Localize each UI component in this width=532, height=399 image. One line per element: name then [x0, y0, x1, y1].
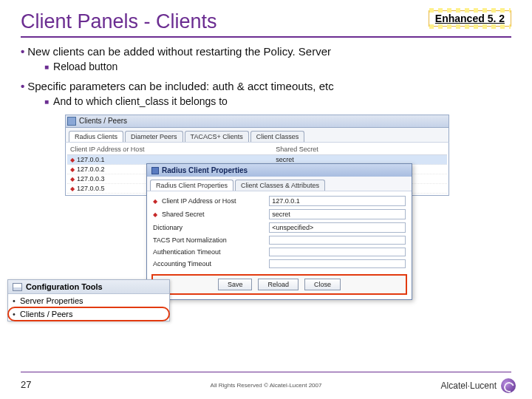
clients-window-titlebar: Clients / Peers	[65, 115, 449, 128]
field-label: Dictionary	[153, 224, 183, 231]
brand-text: Alcatel·Lucent	[441, 381, 497, 391]
col-ip-header: Client IP Address or Host	[70, 146, 276, 153]
config-tools-icon	[13, 283, 22, 291]
tab-diameter-peers[interactable]: Diameter Peers	[125, 131, 183, 142]
row-ip: 127.0.0.5	[77, 185, 105, 192]
row-marker-icon: ◆	[70, 176, 75, 183]
bullet-2: •Specific parameters can be included: au…	[21, 80, 511, 92]
clients-window-title: Clients / Peers	[79, 117, 127, 125]
bullet-square-icon: ■	[44, 63, 49, 71]
col-secret-header: Shared Secret	[276, 146, 444, 153]
title-underline	[21, 36, 511, 38]
tab-client-classes[interactable]: Client Classes	[250, 131, 305, 142]
bullet-dot-icon: •	[21, 80, 24, 92]
dialog-tab-properties[interactable]: Radius Client Properties	[150, 180, 233, 191]
field-client-ip: ◆Client IP Address or Host 127.0.0.1	[153, 194, 406, 208]
tab-radius-clients[interactable]: Radius Clients	[69, 131, 123, 142]
auth-timeout-input[interactable]	[269, 248, 406, 256]
clients-column-headers: Client IP Address or Host Shared Secret	[67, 144, 447, 155]
field-label: Client IP Address or Host	[162, 197, 236, 205]
row-marker-icon: ◆	[70, 166, 75, 173]
client-ip-input[interactable]: 127.0.0.1	[269, 196, 406, 206]
config-tools-header: Configuration Tools	[8, 280, 169, 294]
bullet-2-text: Specific parameters can be included: aut…	[27, 80, 333, 92]
dialog-button-row: Save Reload Close	[151, 274, 407, 295]
bullet-square-icon: ■	[44, 98, 49, 106]
row-marker-icon: ◆	[70, 185, 75, 192]
required-marker-icon: ◆	[153, 198, 157, 205]
field-port-normalization: TACS Port Normalization	[153, 234, 406, 246]
field-label: Shared Secret	[162, 211, 205, 218]
bullet-1: •New clients can be added without restar…	[21, 45, 511, 58]
close-button[interactable]: Close	[304, 279, 341, 290]
window-icon	[67, 117, 76, 126]
row-ip: 127.0.0.3	[77, 175, 105, 183]
config-item-clients-peers[interactable]: Clients / Peers	[8, 307, 169, 321]
field-auth-timeout: Authentication Timeout	[153, 246, 406, 258]
dialog-titlebar: Radius Client Properties	[147, 164, 412, 177]
brand-circle-icon	[501, 378, 516, 393]
row-ip: 127.0.0.2	[77, 166, 105, 173]
bullet-1-sub: ■Reload button	[44, 61, 511, 72]
config-item-server-properties[interactable]: Server Properties	[8, 294, 169, 307]
dictionary-select[interactable]: <unspecified>	[269, 222, 406, 233]
footer-divider	[21, 372, 511, 372]
dialog-title-text: Radius Client Properties	[162, 166, 248, 174]
config-tools-panel: Configuration Tools Server Properties Cl…	[7, 279, 170, 321]
config-tools-title: Configuration Tools	[26, 282, 103, 291]
slide-title: Client Panels - Clients	[21, 10, 217, 33]
field-label: TACS Port Normalization	[153, 236, 227, 244]
screenshot-area: Clients / Peers Radius Clients Diameter …	[65, 115, 449, 299]
field-acct-timeout: Accounting Timeout	[153, 258, 406, 270]
enhanced-badge: Enhanced 5. 2	[429, 10, 511, 27]
row-ip: 127.0.0.1	[77, 156, 105, 163]
bullet-2-sub: ■And to which client_class it belongs to	[44, 95, 511, 107]
acct-timeout-input[interactable]	[269, 259, 406, 268]
dialog-tabs: Radius Client Properties Client Classes …	[147, 177, 412, 191]
dialog-form: ◆Client IP Address or Host 127.0.0.1 ◆Sh…	[147, 191, 412, 271]
row-secret: secret	[276, 156, 444, 163]
field-dictionary: Dictionary <unspecified>	[153, 221, 406, 234]
reload-button[interactable]: Reload	[258, 279, 299, 290]
port-normalization-input[interactable]	[269, 236, 406, 245]
dialog-icon	[151, 167, 159, 174]
shared-secret-input[interactable]: secret	[269, 209, 406, 219]
bullet-1-sub-text: Reload button	[53, 61, 117, 72]
field-shared-secret: ◆Shared Secret secret	[153, 208, 406, 221]
save-button[interactable]: Save	[218, 279, 253, 290]
radius-client-dialog: Radius Client Properties Radius Client P…	[146, 163, 412, 300]
bullet-dot-icon: •	[21, 45, 24, 58]
bullet-2-sub-text: And to which client_class it belongs to	[53, 95, 228, 107]
brand-logo: Alcatel·Lucent	[441, 378, 516, 393]
dialog-tab-classes[interactable]: Client Classes & Attributes	[235, 180, 325, 191]
tab-tacacs-clients[interactable]: TACACS+ Clients	[185, 131, 249, 142]
field-label: Accounting Timeout	[153, 260, 211, 267]
field-label: Authentication Timeout	[153, 248, 221, 256]
required-marker-icon: ◆	[153, 211, 157, 218]
row-marker-icon: ◆	[70, 157, 75, 163]
clients-tabs: Radius Clients Diameter Peers TACACS+ Cl…	[65, 128, 449, 142]
bullet-1-text: New clients can be added without restart…	[27, 45, 331, 58]
